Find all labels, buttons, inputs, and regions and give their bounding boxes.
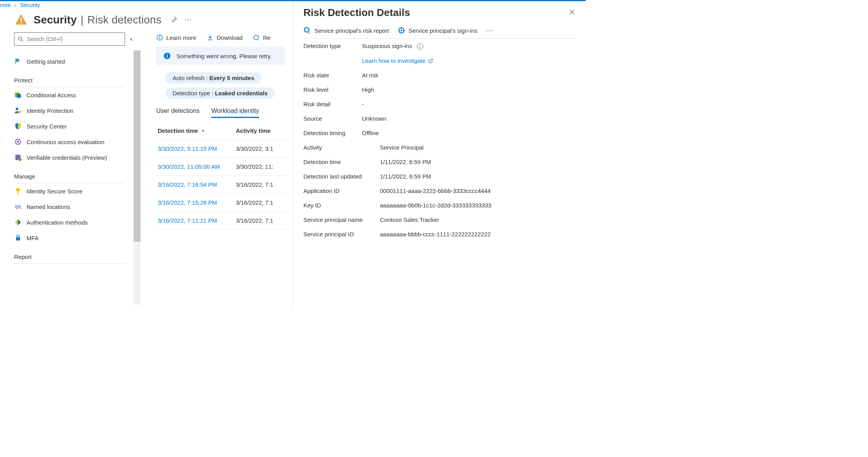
filter-pill-auto-refresh[interactable]: Auto refresh : Every 5 minutes	[166, 72, 261, 84]
trophy-icon	[14, 187, 22, 195]
learn-more-button[interactable]: Learn more	[156, 34, 196, 41]
pill-value: Every 5 minutes	[209, 75, 254, 81]
sidebar-group-manage: Manage	[14, 173, 125, 183]
sidebar-item-named-locations[interactable]: Named locations	[14, 199, 134, 214]
kv-value: -	[362, 101, 576, 107]
refresh-icon	[253, 34, 260, 41]
kv-detection-timing: Detection timing Offline	[303, 126, 576, 140]
kv-risk-state: Risk state At risk	[303, 68, 576, 82]
sidebar-item-mfa[interactable]: MFA	[14, 230, 134, 246]
signins-button[interactable]: Service principal's sign-ins	[397, 27, 477, 34]
kv-value: Suspicious sign-ins i	[362, 43, 576, 50]
sidebar-item-identity-secure-score[interactable]: Identity Secure Score	[14, 183, 134, 199]
breadcrumb-separator: ›	[14, 2, 16, 8]
detection-time-link[interactable]: 3/30/2022, 11:05:00 AM	[158, 163, 236, 170]
tab-workload-identity[interactable]: Workload identity	[211, 107, 259, 118]
kv-label: Source	[303, 115, 362, 122]
sidebar-item-identity-protection[interactable]: Identity Protection	[14, 103, 134, 118]
refresh-button[interactable]: Re	[253, 34, 270, 41]
column-label: Detection time	[158, 127, 198, 134]
identity-protection-icon	[14, 107, 22, 114]
detection-time-link[interactable]: 3/16/2022, 7:11:21 PM	[158, 217, 236, 224]
risk-report-button[interactable]: Service principal's risk report	[303, 27, 389, 34]
kv-value: Contoso Sales Tracker	[380, 216, 576, 223]
detection-time-link[interactable]: 3/16/2022, 7:16:54 PM	[158, 181, 236, 188]
more-icon[interactable]: ···	[185, 17, 192, 23]
sidebar-item-label: Authentication methods	[27, 219, 88, 226]
kv-label: Detection type	[303, 43, 362, 50]
continuous-access-icon	[14, 138, 22, 146]
kv-label: Service principal name	[303, 216, 380, 223]
kv-label: Risk detail	[303, 101, 362, 107]
sidebar-item-getting-started[interactable]: Getting started	[14, 54, 134, 69]
svg-point-11	[18, 158, 21, 161]
conditional-access-icon	[14, 91, 22, 99]
sidebar-item-label: Security Center	[27, 123, 67, 130]
sidebar-item-label: Named locations	[27, 204, 70, 210]
detection-time-link[interactable]: 3/16/2022, 7:15:28 PM	[158, 199, 236, 206]
sidebar-item-label: Identity Protection	[27, 107, 73, 114]
tool-label: Re	[263, 34, 270, 41]
kv-label: Risk level	[303, 86, 362, 93]
sidebar-item-authentication-methods[interactable]: Authentication methods	[14, 214, 134, 230]
kv-risk-detail: Risk detail -	[303, 97, 576, 111]
svg-rect-0	[21, 18, 22, 21]
download-button[interactable]: Download	[207, 34, 243, 41]
sidebar-item-label: Verifiable credentials (Preview)	[27, 154, 107, 161]
search-field[interactable]	[27, 36, 121, 42]
kv-value: 00001111-aaaa-2222-bbbb-3333cccc4444	[380, 187, 576, 194]
kv-value: Service Principal	[380, 144, 576, 151]
svg-point-15	[159, 36, 160, 36]
sidebar-item-conditional-access[interactable]: Conditional Access	[14, 87, 134, 103]
svg-rect-12	[16, 237, 20, 240]
error-text: Something went wrong. Please retry.	[176, 53, 272, 59]
svg-rect-1	[21, 22, 22, 23]
kv-value: Offline	[362, 130, 576, 136]
kv-value: aaaaaaaa-bbbb-cccc-1111-222222222222	[380, 231, 576, 237]
investigate-link[interactable]: Learn how to investigate	[362, 57, 433, 64]
kv-value: 1/11/2022, 6:59 PM	[380, 159, 576, 165]
svg-line-3	[21, 40, 23, 41]
svg-rect-5	[17, 94, 21, 98]
breadcrumb-item-1[interactable]: Security	[20, 2, 40, 8]
risk-report-icon	[303, 27, 311, 34]
sidebar-item-label: Continuous access evaluation	[27, 139, 104, 145]
tool-label: Learn more	[166, 34, 196, 41]
search-input[interactable]	[14, 32, 125, 46]
column-detection-time[interactable]: Detection time	[158, 127, 236, 134]
kv-risk-level: Risk level High	[303, 82, 576, 97]
filter-pill-detection-type[interactable]: Detection type : Leaked credentials	[166, 87, 274, 99]
kv-value: Unknown	[362, 115, 576, 122]
sidebar-item-verifiable-credentials[interactable]: Verifiable credentials (Preview)	[14, 150, 134, 165]
tab-user-detections[interactable]: User detections	[156, 107, 200, 118]
info-icon[interactable]: i	[417, 43, 423, 50]
sidebar-item-security-center[interactable]: Security Center	[14, 118, 134, 134]
breadcrumb-item-0[interactable]: rove	[0, 2, 11, 8]
kv-detection-time: Detection time 1/11/2022, 6:59 PM	[303, 155, 576, 169]
kv-value: High	[362, 86, 576, 93]
sidebar-item-continuous-access[interactable]: Continuous access evaluation	[14, 134, 134, 150]
sidebar-item-label: Identity Secure Score	[27, 188, 82, 195]
detection-time-link[interactable]: 3/30/2022, 3:11:19 PM	[158, 145, 236, 152]
verifiable-credentials-icon	[14, 154, 22, 161]
named-locations-icon	[14, 203, 22, 211]
pin-icon[interactable]	[171, 16, 178, 24]
more-details-icon[interactable]: ···	[486, 27, 494, 34]
close-icon[interactable]	[569, 9, 576, 17]
sidebar-group-protect: Protect	[14, 77, 125, 87]
authentication-methods-icon	[14, 218, 22, 226]
info-icon	[156, 34, 163, 41]
kv-investigate-link: Learn how to investigate	[303, 54, 576, 68]
details-pane: Risk Detection Details Service principal…	[293, 1, 586, 309]
details-toolbar: Service principal's risk report Service …	[303, 19, 576, 39]
kv-application-id: Application ID 00001111-aaaa-2222-bbbb-3…	[303, 184, 576, 198]
sort-icon	[200, 128, 206, 134]
svg-point-18	[167, 54, 168, 55]
sidebar-item-label: Conditional Access	[27, 92, 76, 98]
svg-point-9	[17, 141, 19, 143]
page-title-wrap: Security | Risk detections	[34, 14, 161, 26]
svg-point-7	[18, 110, 21, 113]
flag-icon	[14, 57, 22, 65]
details-title: Risk Detection Details	[303, 7, 410, 19]
shield-icon	[14, 122, 22, 130]
